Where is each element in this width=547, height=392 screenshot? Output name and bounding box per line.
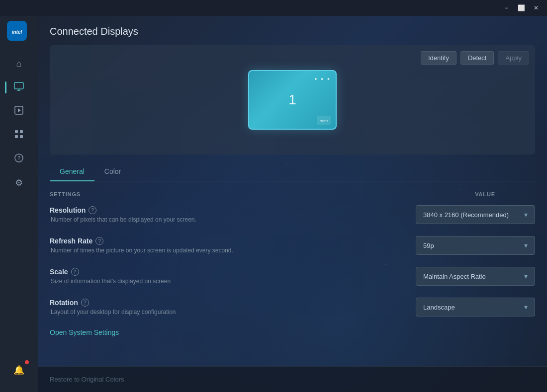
rotation-label: Rotation: [50, 299, 78, 307]
refresh-rate-help-icon[interactable]: ?: [95, 237, 103, 245]
open-system-settings-link[interactable]: Open System Settings: [50, 328, 535, 336]
tabs-container: General Color: [50, 162, 535, 181]
content-inner: Connected Displays Identify Detect Apply…: [38, 16, 547, 392]
monitor-intel-logo: intel: [317, 116, 331, 125]
resolution-dropdown-arrow: ▾: [524, 211, 528, 219]
detect-button[interactable]: Detect: [460, 51, 494, 65]
scale-description: Size of information that's displayed on …: [50, 278, 416, 285]
media-icon: [14, 106, 23, 117]
identify-button[interactable]: Identify: [421, 51, 456, 65]
svg-text:intel: intel: [12, 29, 22, 35]
rotation-info: Rotation ? Layout of your desktop for di…: [50, 299, 416, 315]
app-container: intel ⌂: [0, 16, 547, 392]
svg-rect-2: [14, 82, 23, 89]
svg-rect-10: [20, 135, 23, 138]
sidebar-item-home[interactable]: ⌂: [7, 53, 31, 75]
sidebar-item-settings[interactable]: ⚙: [7, 172, 31, 194]
resolution-label: Resolution: [50, 206, 86, 214]
refresh-rate-title-row: Refresh Rate ?: [50, 237, 416, 245]
restore-colors-link: Restore to Original Colors: [50, 376, 124, 383]
svg-rect-7: [15, 130, 18, 133]
scale-value: Maintain Aspect Ratio: [423, 273, 486, 280]
resolution-row: Resolution ? Number of pixels that can b…: [50, 205, 535, 224]
refresh-rate-dropdown-arrow: ▾: [524, 241, 528, 249]
apps-icon: [14, 130, 23, 141]
page-title: Connected Displays: [50, 26, 535, 37]
refresh-rate-description: Number of times the picture on your scre…: [50, 247, 416, 254]
sidebar: intel ⌂: [0, 16, 38, 392]
tab-general[interactable]: General: [50, 162, 94, 181]
resolution-description: Number of pixels that can be displayed o…: [50, 216, 416, 223]
resolution-help-icon[interactable]: ?: [89, 206, 96, 214]
settings-icon: ⚙: [15, 177, 23, 188]
tab-color[interactable]: Color: [94, 162, 131, 181]
scale-info: Scale ? Size of information that's displ…: [50, 268, 416, 285]
refresh-rate-info: Refresh Rate ? Number of times the pictu…: [50, 237, 416, 254]
bell-icon: 🔔: [13, 365, 24, 376]
refresh-rate-value: 59p: [423, 242, 434, 249]
monitor-number: 1: [288, 92, 296, 108]
svg-text:?: ?: [17, 156, 20, 161]
scale-row: Scale ? Size of information that's displ…: [50, 267, 535, 286]
settings-column-header: SETTINGS: [50, 191, 81, 197]
value-column-header: VALUE: [475, 191, 495, 197]
refresh-rate-row: Refresh Rate ? Number of times the pictu…: [50, 236, 535, 255]
monitor-dots: • • •: [315, 75, 331, 83]
rotation-row: Rotation ? Layout of your desktop for di…: [50, 298, 535, 316]
scale-dropdown-arrow: ▾: [524, 272, 528, 280]
refresh-rate-label: Refresh Rate: [50, 237, 92, 245]
home-icon: ⌂: [16, 59, 22, 69]
rotation-dropdown[interactable]: Landscape ▾: [416, 298, 535, 316]
scale-label: Scale: [50, 268, 68, 276]
rotation-title-row: Rotation ?: [50, 299, 416, 307]
sidebar-item-display[interactable]: [7, 77, 31, 98]
sidebar-item-apps[interactable]: [7, 124, 31, 146]
sidebar-item-notifications[interactable]: 🔔: [7, 359, 31, 381]
refresh-rate-dropdown[interactable]: 59p ▾: [416, 236, 535, 255]
support-icon: ?: [14, 154, 23, 165]
svg-marker-6: [18, 108, 21, 112]
sidebar-item-media[interactable]: [7, 100, 31, 122]
maximize-button[interactable]: ⬜: [514, 2, 528, 13]
apply-button: Apply: [498, 51, 529, 65]
sidebar-item-support[interactable]: ?: [7, 148, 31, 170]
preview-actions: Identify Detect Apply: [421, 51, 529, 65]
settings-header: SETTINGS VALUE: [50, 191, 535, 197]
close-button[interactable]: ✕: [529, 2, 543, 13]
intel-logo: intel: [7, 21, 31, 45]
rotation-dropdown-arrow: ▾: [524, 303, 528, 311]
display-icon: [14, 82, 24, 93]
scale-dropdown[interactable]: Maintain Aspect Ratio ▾: [416, 267, 535, 286]
notification-badge: [25, 360, 29, 364]
titlebar: − ⬜ ✕: [0, 0, 547, 16]
display-preview-area: Identify Detect Apply • • • 1 intel: [50, 45, 535, 155]
minimize-button[interactable]: −: [499, 2, 513, 13]
rotation-description: Layout of your desktop for display confi…: [50, 309, 416, 315]
svg-rect-8: [20, 130, 23, 133]
monitor-card: • • • 1 intel: [248, 70, 337, 130]
main-content: Connected Displays Identify Detect Apply…: [38, 16, 547, 392]
resolution-title-row: Resolution ?: [50, 206, 416, 214]
rotation-help-icon[interactable]: ?: [81, 299, 89, 307]
window-controls: − ⬜ ✕: [499, 2, 543, 13]
rotation-value: Landscape: [423, 304, 455, 311]
scale-title-row: Scale ?: [50, 268, 416, 276]
resolution-value: 3840 x 2160 (Recommended): [423, 211, 509, 219]
svg-rect-9: [15, 135, 18, 138]
svg-text:intel: intel: [320, 119, 328, 123]
bottom-bar: Restore to Original Colors: [38, 366, 547, 392]
scale-help-icon[interactable]: ?: [71, 268, 79, 276]
resolution-dropdown[interactable]: 3840 x 2160 (Recommended) ▾: [416, 205, 535, 224]
resolution-info: Resolution ? Number of pixels that can b…: [50, 206, 416, 223]
